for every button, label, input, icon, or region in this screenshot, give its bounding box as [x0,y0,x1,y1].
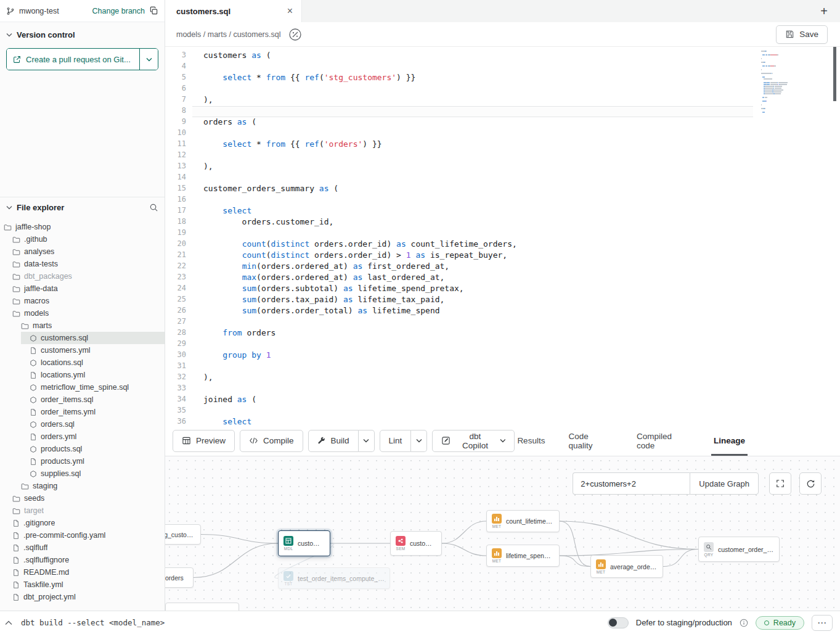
editor-scrollbar[interactable] [833,47,836,101]
tree-file-products-sql[interactable]: products.sql [0,443,165,455]
code-editor[interactable]: 3customers as (45 select * from {{ ref('… [165,47,840,426]
change-branch-link[interactable]: Change branch [92,7,145,15]
tab-customers-sql[interactable]: customers.sql × [165,0,302,22]
code-line[interactable]: 10 [165,128,753,139]
code-line[interactable]: 15customer_orders_summary as ( [165,184,753,195]
tree-file-customers-sql[interactable]: customers.sql [0,332,165,344]
code-line[interactable]: 26 sum(orders.order_total) as lifetime_s… [165,306,753,317]
code-line[interactable]: 9orders as ( [165,117,753,128]
lineage-node-average_order_value[interactable]: METaverage_order_value [590,555,663,578]
tab-code-quality[interactable]: Code quality [566,426,616,456]
code-line[interactable]: 34joined as ( [165,395,753,406]
more-options-button[interactable]: ⋯ [812,615,833,631]
code-line[interactable]: 29 [165,339,753,350]
lineage-selector-input[interactable] [573,472,690,495]
code-line[interactable]: 33 [165,384,753,395]
code-line[interactable]: 20 count(distinct orders.order_id) as co… [165,239,753,250]
update-graph-button[interactable]: Update Graph [690,472,759,495]
lineage-node-orders[interactable]: MDLorders [165,567,194,588]
tab-lineage[interactable]: Lineage [711,426,748,456]
preview-button[interactable]: Preview [173,430,235,452]
tree-folder-target[interactable]: target [0,504,165,517]
code-line[interactable]: 22 min(orders.ordered_at) as first_order… [165,261,753,273]
lineage-node-test_order_items[interactable]: TSTtest_order_items_compute_to_bools... [278,567,390,589]
tree-file-locations-sql[interactable]: locations.sql [0,356,165,369]
code-line[interactable]: 4 [165,62,753,73]
copy-branch-icon[interactable] [149,6,158,15]
tree-file-order-items-sql[interactable]: order_items.sql [0,393,165,406]
tab-compiled-code[interactable]: Compiled code [634,426,693,456]
tree-folder-seeds[interactable]: seeds [0,492,165,504]
tree-folder-staging[interactable]: staging [0,480,165,492]
lineage-node-customers-semantic[interactable]: SEMcustomers [390,531,442,556]
info-icon[interactable] [740,619,748,627]
create-pr-button[interactable]: Create a pull request on Git... [7,49,139,70]
search-icon[interactable] [149,203,158,212]
close-tab-icon[interactable]: × [287,6,293,16]
tree-folder-jaffle-data[interactable]: jaffle-data [0,282,165,295]
tree-file-dbt-project-yml[interactable]: dbt_project.yml [0,591,165,603]
tree-file-readme-md[interactable]: README.md [0,566,165,578]
tree-file-products-yml[interactable]: products.yml [0,455,165,467]
tree-folder-dbt-packages[interactable]: dbt_packages [0,270,165,282]
code-line[interactable]: 5 select * from {{ ref('stg_customers') … [165,73,753,84]
lineage-node-partial-node[interactable] [165,603,239,611]
new-tab-button[interactable]: + [820,5,828,17]
code-line[interactable]: 21 count(distinct orders.order_id) > 1 a… [165,250,753,261]
code-line[interactable]: 12 [165,150,753,162]
lineage-panel[interactable]: MDLstg_customersMDLordersMDLcustomersSEM… [165,456,840,611]
code-line[interactable]: 24 sum(orders.subtotal) as lifetime_spen… [165,284,753,295]
code-line[interactable]: 31 [165,361,753,373]
tree-file-pre-commit-config-yaml[interactable]: .pre-commit-config.yaml [0,529,165,541]
code-line[interactable]: 27 [165,317,753,328]
fullscreen-button[interactable] [769,472,791,495]
lint-button[interactable]: Lint [380,430,412,452]
build-dropdown-button[interactable] [359,430,375,452]
tree-folder-github[interactable]: .github [0,233,165,245]
code-line[interactable]: 18 orders.customer_id, [165,217,753,228]
tree-file-sqlfluff[interactable]: .sqlfluff [0,541,165,554]
dbt-copilot-button[interactable]: dbt Copilot [432,430,515,452]
file-explorer-header[interactable]: File explorer [0,197,165,216]
code-line[interactable]: 30 group by 1 [165,350,753,361]
code-line[interactable]: 16 [165,195,753,206]
lineage-node-count_lifetime_orders[interactable]: METcount_lifetime_orders [486,510,560,532]
tree-file-customers-yml[interactable]: customers.yml [0,344,165,356]
tree-file-orders-sql[interactable]: orders.sql [0,418,165,430]
tree-folder-models[interactable]: models [0,307,165,319]
code-line[interactable]: 35 [165,406,753,417]
tree-file-sqlfluffignore[interactable]: .sqlfluffignore [0,554,165,566]
code-line[interactable]: 25 sum(orders.tax_paid) as lifetime_tax_… [165,295,753,306]
code-line[interactable]: 14 [165,173,753,184]
tree-file-taskfile-yml[interactable]: Taskfile.yml [0,578,165,591]
build-button[interactable]: Build [308,430,359,452]
collapse-panel-icon[interactable] [5,620,12,625]
tree-file-order-items-yml[interactable]: order_items.yml [0,406,165,418]
code-line[interactable]: 8 [165,106,753,117]
defer-toggle[interactable] [608,617,629,628]
status-badge[interactable]: Ready [756,616,804,630]
compile-button[interactable]: Compile [240,430,303,452]
lint-dropdown-button[interactable] [411,430,427,452]
code-line[interactable]: 36 select [165,417,753,426]
tree-file-supplies-sql[interactable]: supplies.sql [0,467,165,480]
code-line[interactable]: 11 select * from {{ ref('orders') }} [165,139,753,150]
code-line[interactable]: 7), [165,95,753,106]
tab-results[interactable]: Results [515,426,547,456]
tree-file-gitignore[interactable]: .gitignore [0,517,165,529]
save-button[interactable]: Save [776,25,828,44]
lineage-node-lifetime_spend_pretax[interactable]: METlifetime_spend_pretax [486,545,560,567]
tree-folder-analyses[interactable]: analyses [0,245,165,258]
tree-folder-marts[interactable]: marts [0,319,165,332]
code-line[interactable]: 32), [165,373,753,384]
code-line[interactable]: 19 [165,228,753,239]
minimap[interactable] [761,51,810,113]
tree-file-metricflow-time-spine-sql[interactable]: metricflow_time_spine.sql [0,381,165,393]
tree-folder-macros[interactable]: macros [0,295,165,307]
version-control-header[interactable]: Version control [0,22,165,44]
docs-lineage-icon[interactable] [288,28,302,41]
tree-folder-jaffle-shop[interactable]: jaffle-shop [0,221,165,233]
code-line[interactable]: 23 max(orders.ordered_at) as last_ordere… [165,273,753,284]
code-line[interactable]: 6 [165,84,753,95]
lineage-node-customers-model[interactable]: MDLcustomers [278,530,330,556]
